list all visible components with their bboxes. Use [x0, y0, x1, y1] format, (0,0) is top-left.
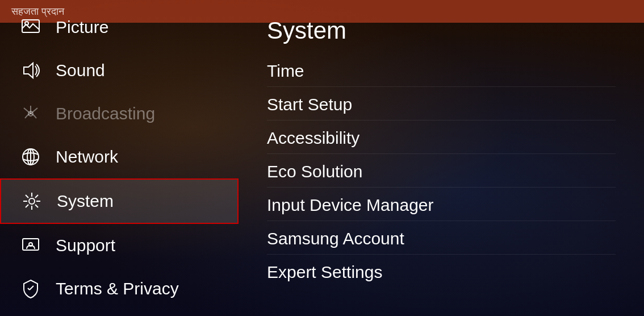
- picture-icon: [17, 14, 44, 41]
- terms-icon: [17, 275, 44, 302]
- svg-point-1: [25, 22, 28, 25]
- svg-line-4: [24, 108, 31, 114]
- right-panel: System Time Start Setup Accessibility Ec…: [239, 0, 644, 316]
- sidebar-label-picture: Picture: [56, 18, 108, 37]
- system-icon: [18, 188, 45, 215]
- panel-title: System: [267, 17, 616, 44]
- sidebar-item-support[interactable]: Support: [0, 224, 239, 267]
- sidebar-label-sound: Sound: [56, 61, 105, 80]
- sidebar: Picture Sound Broadcasting: [0, 0, 239, 316]
- system-menu-list: Time Start Setup Accessibility Eco Solut…: [267, 56, 616, 288]
- broadcasting-icon: [17, 100, 44, 127]
- network-icon: [17, 143, 44, 171]
- sidebar-label-support: Support: [56, 236, 115, 255]
- svg-line-17: [26, 205, 28, 207]
- support-icon: [17, 232, 44, 259]
- menu-item-input-device-manager[interactable]: Input Device Manager: [267, 190, 616, 221]
- sidebar-label-system: System: [57, 192, 114, 211]
- svg-line-22: [30, 286, 34, 290]
- sound-icon: [17, 57, 44, 84]
- svg-line-15: [35, 205, 38, 207]
- svg-point-18: [29, 198, 35, 204]
- svg-line-14: [26, 195, 28, 198]
- menu-item-samsung-account[interactable]: Samsung Account: [267, 223, 616, 255]
- menu-item-start-setup[interactable]: Start Setup: [267, 89, 616, 120]
- sidebar-item-broadcasting[interactable]: Broadcasting: [0, 92, 239, 135]
- sidebar-item-picture[interactable]: Picture: [0, 6, 239, 49]
- sidebar-item-system[interactable]: System: [0, 178, 239, 224]
- sidebar-label-terms: Terms & Privacy: [56, 279, 179, 298]
- menu-item-time[interactable]: Time: [267, 56, 616, 87]
- menu-item-accessibility[interactable]: Accessibility: [267, 123, 616, 154]
- sidebar-label-broadcasting: Broadcasting: [56, 104, 155, 123]
- menu-item-eco-solution[interactable]: Eco Solution: [267, 156, 616, 188]
- menu-item-expert-settings[interactable]: Expert Settings: [267, 257, 616, 288]
- sidebar-item-network[interactable]: Network: [0, 135, 239, 178]
- sidebar-item-sound[interactable]: Sound: [0, 49, 239, 92]
- svg-marker-2: [24, 63, 33, 78]
- sidebar-label-network: Network: [56, 147, 118, 167]
- svg-line-16: [35, 195, 38, 198]
- svg-rect-19: [23, 239, 39, 250]
- svg-line-5: [31, 108, 37, 114]
- sidebar-item-terms[interactable]: Terms & Privacy: [0, 267, 239, 310]
